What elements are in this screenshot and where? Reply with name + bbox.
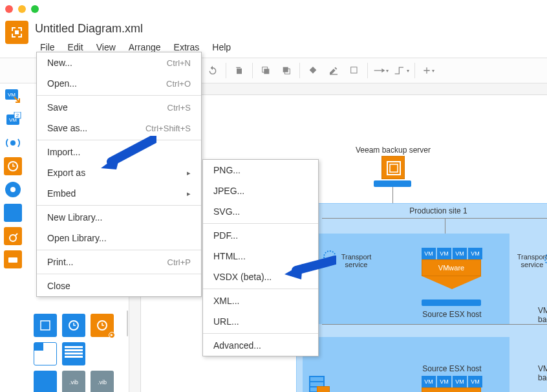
connection-icon[interactable]: ▾ [370, 60, 391, 81]
vmware-label: VMware [422, 387, 481, 392]
export-png[interactable]: PNG... [203, 160, 318, 180]
zoom-window-button[interactable] [31, 5, 39, 13]
vm-badge: VM [468, 376, 482, 387]
shape-grid-5[interactable] [62, 342, 85, 365]
to-front-icon[interactable] [255, 60, 276, 81]
svg-rect-4 [330, 74, 338, 74]
label-transport-2[interactable]: Transport service [511, 253, 547, 268]
header: Untitled Diagram.xml File Edit View Arra… [0, 18, 547, 54]
vm-badge: VM [437, 376, 451, 387]
waypoint-icon[interactable]: ▾ [391, 60, 412, 81]
vmware-label: VMware [422, 259, 481, 276]
app-logo [5, 21, 28, 44]
svg-rect-18 [41, 321, 50, 330]
titlebar [0, 0, 547, 18]
vm-badge: VM [453, 376, 467, 387]
annotation-arrow-1 [98, 136, 156, 175]
export-advanced[interactable]: Advanced... [203, 335, 318, 356]
undo-icon[interactable] [202, 60, 223, 81]
svg-point-12 [10, 140, 16, 146]
svg-rect-29 [387, 162, 400, 175]
export-pdf[interactable]: PDF... [203, 225, 318, 246]
svg-text:2: 2 [16, 113, 19, 118]
shape-grid-6[interactable] [34, 371, 57, 392]
shape-blue-1[interactable] [4, 204, 22, 222]
label-prod-site[interactable]: Production site 1 [400, 206, 477, 215]
shape-vib-1[interactable]: .vib [62, 371, 85, 392]
shape-orange-2[interactable] [4, 227, 22, 245]
delete-icon[interactable] [229, 60, 250, 81]
shape-orange-1[interactable] [4, 157, 22, 175]
label-transport-1[interactable]: Transport service [335, 253, 378, 268]
vm-badge: VM [468, 248, 482, 259]
shape-disc-icon[interactable] [4, 180, 22, 199]
svg-point-15 [10, 187, 16, 192]
menu-embed[interactable]: Embed [37, 183, 201, 204]
vm-badge: VM [437, 248, 451, 259]
menu-open[interactable]: Open...Ctrl+O [37, 73, 201, 94]
vm-badge: VM [422, 376, 436, 387]
close-window-button[interactable] [5, 5, 13, 13]
svg-rect-30 [390, 164, 398, 172]
menu-help[interactable]: Help [207, 41, 236, 54]
node-backup-bar[interactable] [374, 180, 411, 187]
label-vm-back-1[interactable]: VM back [538, 306, 547, 324]
to-back-icon[interactable] [276, 60, 297, 81]
connector-h2[interactable] [322, 324, 547, 325]
label-source-esx-2[interactable]: Source ESX host [416, 364, 488, 373]
shape-grid-2[interactable] [62, 314, 85, 337]
annotation-arrow-2 [282, 255, 336, 283]
svg-rect-17 [8, 257, 17, 263]
menu-close[interactable]: Close [37, 276, 201, 296]
label-vm-back-2[interactable]: VM back [538, 364, 547, 382]
menu-new[interactable]: New...Ctrl+N [37, 52, 201, 73]
vm-badge: VM [453, 248, 467, 259]
fill-color-icon[interactable] [303, 60, 323, 81]
shape-grid-1[interactable] [34, 314, 57, 337]
svg-rect-5 [351, 67, 357, 73]
node-esx-bar-1[interactable] [422, 299, 481, 306]
shape-grid-3[interactable] [91, 314, 114, 337]
node-vmware-1[interactable]: VM VM VM VM VMware [422, 248, 482, 289]
node-vmware-2[interactable]: VM VM VM VM VMware [422, 376, 482, 392]
export-svg[interactable]: SVG... [203, 201, 318, 222]
shape-grid-4[interactable] [34, 342, 57, 365]
label-backup-server[interactable]: Veeam backup server [348, 146, 438, 155]
shadow-icon[interactable] [344, 60, 365, 81]
export-jpeg[interactable]: JPEG... [203, 180, 318, 201]
node-orange-small[interactable] [317, 386, 330, 392]
add-icon[interactable]: ▾ [418, 60, 438, 81]
menu-open-library[interactable]: Open Library... [37, 228, 201, 248]
menu-print[interactable]: Print...Ctrl+P [37, 252, 201, 272]
sidebar-scroll-thumb[interactable] [127, 310, 128, 336]
menu-save[interactable]: SaveCtrl+S [37, 97, 201, 118]
svg-point-16 [10, 235, 16, 241]
document-title[interactable]: Untitled Diagram.xml [35, 21, 236, 37]
shape-vm-icon[interactable]: VM [4, 87, 22, 105]
minimize-window-button[interactable] [18, 5, 26, 13]
menu-new-library[interactable]: New Library... [37, 207, 201, 228]
export-xml[interactable]: XML... [203, 290, 318, 311]
shape-vm2-icon[interactable]: VM2 [4, 111, 22, 129]
shape-broadcast-icon[interactable] [4, 134, 22, 152]
vm-badge: VM [422, 248, 436, 259]
shape-orange-3[interactable] [4, 250, 22, 268]
shape-vib-2[interactable]: .vib [91, 371, 114, 392]
node-backup-server[interactable] [381, 156, 405, 179]
label-source-esx-1[interactable]: Source ESX host [416, 310, 488, 319]
connector-h1[interactable] [322, 218, 547, 219]
svg-rect-3 [283, 67, 288, 72]
export-url[interactable]: URL... [203, 311, 318, 332]
line-color-icon[interactable] [323, 60, 344, 81]
svg-rect-1 [264, 69, 269, 74]
